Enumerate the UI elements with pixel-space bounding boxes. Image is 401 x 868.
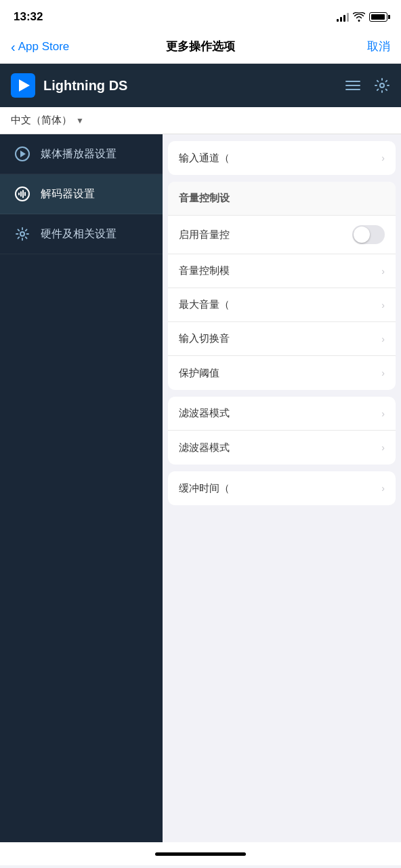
settings-row-buffer[interactable]: 缓冲时间（ › xyxy=(168,471,396,505)
row-chevron-icon-3: › xyxy=(381,300,385,311)
settings-row-volume-mode[interactable]: 音量控制模 › xyxy=(168,254,396,288)
app-logo xyxy=(11,73,35,98)
battery-icon xyxy=(369,12,387,22)
volume-mode-label: 音量控制模 xyxy=(179,264,381,277)
status-time: 13:32 xyxy=(14,10,43,24)
settings-row-max-volume[interactable]: 最大音量（ › xyxy=(168,288,396,322)
settings-row-protection[interactable]: 保护阈值 › xyxy=(168,356,396,390)
sidebar-label-decoder: 解码器设置 xyxy=(41,187,95,201)
right-panel: 输入通道（ › 音量控制设 启用音量控 音量控制模 › 最大音量（ › xyxy=(163,134,401,842)
volume-section-title: 音量控制设 xyxy=(179,192,385,205)
home-bar xyxy=(155,852,246,856)
nav-bar: ‹ App Store 更多操作选项 取消 xyxy=(0,30,401,64)
gear-icon xyxy=(14,226,31,241)
sidebar-label-media-player: 媒体播放器设置 xyxy=(41,147,117,161)
language-label: 中文（简体） xyxy=(11,114,72,127)
row-chevron-icon-6: › xyxy=(381,408,385,419)
svg-rect-2 xyxy=(18,193,20,195)
cancel-button[interactable]: 取消 xyxy=(367,39,390,54)
page-title: 更多操作选项 xyxy=(166,39,235,54)
app-logo-area: Lightning DS xyxy=(11,73,127,98)
sidebar-item-decoder[interactable]: 解码器设置 xyxy=(0,174,163,214)
enable-volume-label: 启用音量控 xyxy=(179,229,352,241)
language-chevron-icon: ▼ xyxy=(76,116,84,125)
header-actions xyxy=(345,77,390,94)
language-selector[interactable]: 中文（简体） ▼ xyxy=(0,107,401,134)
back-button[interactable]: ‹ App Store xyxy=(11,40,69,54)
play-icon xyxy=(19,79,30,92)
app-header: Lightning DS xyxy=(0,64,401,107)
sidebar-label-hardware: 硬件及相关设置 xyxy=(41,227,117,241)
svg-rect-4 xyxy=(22,190,24,198)
svg-rect-5 xyxy=(24,192,26,196)
status-icons xyxy=(337,12,387,22)
buffer-section: 缓冲时间（ › xyxy=(168,471,396,505)
sidebar-item-hardware[interactable]: 硬件及相关设置 xyxy=(0,214,163,254)
settings-icon[interactable] xyxy=(374,77,390,94)
decoder-icon xyxy=(14,186,31,201)
back-label: App Store xyxy=(18,40,70,54)
svg-rect-3 xyxy=(20,191,22,197)
back-chevron-icon: ‹ xyxy=(11,40,16,54)
sidebar-item-media-player[interactable]: 媒体播放器设置 xyxy=(0,134,163,174)
input-channel-label: 输入通道（ xyxy=(179,152,381,165)
signal-icon xyxy=(337,12,349,22)
status-bar: 13:32 xyxy=(0,0,401,30)
row-chevron-icon-7: › xyxy=(381,442,385,453)
volume-section: 音量控制设 启用音量控 音量控制模 › 最大音量（ › 输入切换音 › 保 xyxy=(168,182,396,390)
input-section: 输入通道（ › xyxy=(168,141,396,175)
protection-label: 保护阈值 xyxy=(179,367,381,380)
row-chevron-icon-5: › xyxy=(381,368,385,378)
input-switch-label: 输入切换音 xyxy=(179,332,381,345)
filter-mode-2-label: 滤波器模式 xyxy=(179,441,381,454)
buffer-time-label: 缓冲时间（ xyxy=(179,482,381,495)
row-chevron-icon-4: › xyxy=(381,334,385,344)
app-name: Lightning DS xyxy=(43,78,127,94)
svg-point-6 xyxy=(20,232,24,236)
volume-section-header-row: 音量控制设 xyxy=(168,182,396,216)
settings-row-filter-1[interactable]: 滤波器模式 › xyxy=(168,397,396,431)
sidebar: 媒体播放器设置 解码器设置 硬件及相关设置 xyxy=(0,134,163,842)
menu-icon[interactable] xyxy=(345,81,360,90)
row-chevron-icon-2: › xyxy=(381,266,385,277)
home-indicator xyxy=(0,842,401,865)
row-chevron-icon-8: › xyxy=(381,483,385,494)
svg-point-0 xyxy=(380,83,384,87)
settings-row-enable-volume[interactable]: 启用音量控 xyxy=(168,216,396,254)
main-content: 媒体播放器设置 解码器设置 硬件及相关设置 xyxy=(0,134,401,842)
wifi-icon xyxy=(353,12,365,22)
settings-row-input-channel[interactable]: 输入通道（ › xyxy=(168,141,396,175)
play-circle-icon xyxy=(14,146,31,161)
max-volume-label: 最大音量（ xyxy=(179,298,381,311)
enable-volume-toggle[interactable] xyxy=(352,225,385,244)
filter-mode-1-label: 滤波器模式 xyxy=(179,407,381,420)
row-chevron-icon: › xyxy=(381,153,385,163)
settings-row-input-switch[interactable]: 输入切换音 › xyxy=(168,322,396,356)
settings-row-filter-2[interactable]: 滤波器模式 › xyxy=(168,431,396,465)
filter-section: 滤波器模式 › 滤波器模式 › xyxy=(168,397,396,465)
